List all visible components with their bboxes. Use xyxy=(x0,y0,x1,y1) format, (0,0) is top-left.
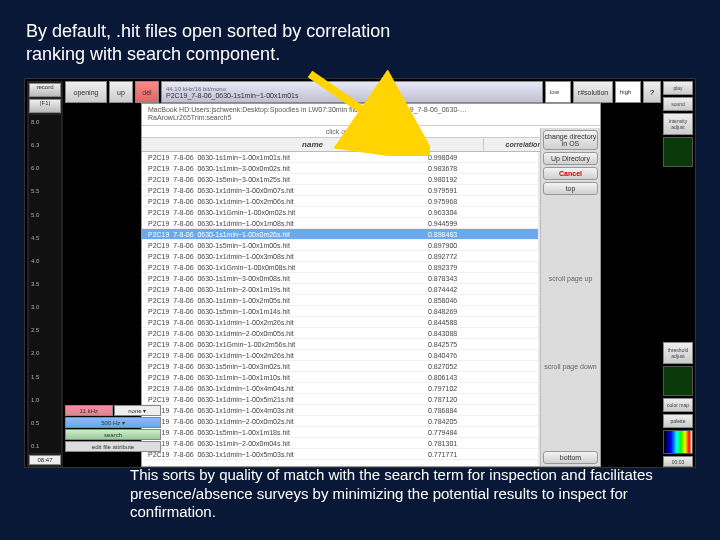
right-toolstrip: play sound intensity adjust threshold ad… xyxy=(663,81,693,467)
column-header: name correlation coefficient xyxy=(142,138,600,152)
file-coef: 0.781301 xyxy=(422,440,538,447)
file-coef: 0.779484 xyxy=(422,429,538,436)
col-name[interactable]: name xyxy=(142,138,484,151)
file-row[interactable]: P2C19_7-8-06_0630-1x1Gmin~1-00x0m02s.hit… xyxy=(142,207,538,218)
file-coef: 0.983678 xyxy=(422,165,538,172)
edit-attr-btn[interactable]: edit file attribute xyxy=(65,441,161,452)
change-dir-btn[interactable]: change directory in OS xyxy=(543,130,598,150)
khz-btn[interactable]: 11 kHz xyxy=(65,405,113,416)
file-name: P2C19_7-8-06_0630-1x1dmin~3-00x0m07s.hit xyxy=(142,187,422,194)
file-row[interactable]: P2C19_7-8-06_0630-1x1dmin~2-00x0m05s.hit… xyxy=(142,328,538,339)
file-coef: 0.979591 xyxy=(422,187,538,194)
file-name: P2C19_7-8-06_0630-1x1dmin~1-00x2m06s.hit xyxy=(142,198,422,205)
file-row[interactable]: P2C19_7-8-06_0630-1s5min~1-00x1m00s.hit0… xyxy=(142,240,538,251)
file-row[interactable]: P2C19_7-8-06_0630-1s5min~1-00x3m02s.hit0… xyxy=(142,361,538,372)
file-row[interactable]: P2C19_7-8-06_0630-1x1dmin~1-00x3m08s.hit… xyxy=(142,251,538,262)
file-row[interactable]: P2C19_7-8-06_0630-1x1Gmin~1-00x0m08s.hit… xyxy=(142,262,538,273)
file-row[interactable]: P2C19_7-8-06_0630-1s5min~1-00x1m18s.hit0… xyxy=(142,427,538,438)
threshold-slider[interactable] xyxy=(663,366,693,396)
file-name: P2C19_7-8-06_0630-1x1dmin~1-00x4m03s.hit xyxy=(142,407,422,414)
file-row[interactable]: P2C19_7-8-06_0630-1s5min~3-00x1m25s.hit0… xyxy=(142,174,538,185)
file-coef: 0.848269 xyxy=(422,308,538,315)
file-coef: 0.806143 xyxy=(422,374,538,381)
file-name: P2C19_7-8-06_0630-1s1min~2-00x0m04s.hit xyxy=(142,440,422,447)
file-row[interactable]: P2C19_7-8-06_0630-1x1dmin~1-00x5m21s.hit… xyxy=(142,394,538,405)
time-right: 00:03 xyxy=(663,456,693,467)
yscale: 8.06.36.05.55.04.54.03.53.02.52.01.51.00… xyxy=(29,115,61,453)
file-name: P2C19_7-8-06_0630-1s5min~3-00x1m25s.hit xyxy=(142,176,422,183)
bottom-btn[interactable]: bottom xyxy=(543,451,598,464)
scroll-up-label[interactable]: scroll page up xyxy=(543,275,598,283)
palette-label: palette xyxy=(663,414,693,428)
search-btn[interactable]: search xyxy=(65,429,161,440)
file-coef: 0.898483 xyxy=(422,231,538,238)
none-dropdown[interactable]: none ▾ xyxy=(114,405,162,416)
file-row[interactable]: P2C19_7-8-06_0630-1x1dmin~3-00x0m07s.hit… xyxy=(142,185,538,196)
file-coef: 0.998049 xyxy=(422,154,538,161)
file-row[interactable]: P2C19_7-8-06_0630-1x1dmin~1-00x2m26s.hit… xyxy=(142,350,538,361)
file-row[interactable]: P2C19_7-8-06_0630-1x1dmin~1-00x2m26s.hit… xyxy=(142,317,538,328)
file-coef: 0.784205 xyxy=(422,418,538,425)
file-name: P2C19_7-8-06_0630-1x1dmin~1-00x4m04s.hit xyxy=(142,385,422,392)
crumb-1: MacBook HD:Users:jschwenk:Desktop:Spoodl… xyxy=(148,106,594,114)
bottom-controls: 11 kHz none ▾ 500 Hz ▾ search edit file … xyxy=(65,405,161,465)
path-crumbs: MacBook HD:Users:jschwenk:Desktop:Spoodl… xyxy=(142,104,600,126)
low-label: low xyxy=(545,81,571,103)
file-row[interactable]: P2C19_7-8-06_0630-1x1dmin~2-00x0m02s.hit… xyxy=(142,416,538,427)
file-name: P2C19_7-8-06_0630-1s1min~2-00x1m19s.hit xyxy=(142,286,422,293)
file-name: P2C19_7-8-06_0630-1x1dmin~1-00x3m08s.hit xyxy=(142,253,422,260)
opening-btn[interactable]: opening xyxy=(65,81,107,103)
scroll-down-label[interactable]: scroll page down xyxy=(543,363,598,371)
colormap-btn[interactable]: color map xyxy=(663,398,693,412)
file-row[interactable]: P2C19_7-8-06_0630-1s1min~2-00x0m04s.hit0… xyxy=(142,438,538,449)
file-name: P2C19_7-8-06_0630-1x1dmin~2-00x0m05s.hit xyxy=(142,330,422,337)
dialog-sidepanel: change directory in OS Up Directory Canc… xyxy=(540,128,600,466)
top-btn[interactable]: top xyxy=(543,182,598,195)
file-row[interactable]: P2C19_7-8-06_0630-1x1dmin~1-00x5m03s.hit… xyxy=(142,449,538,460)
file-row[interactable]: P2C19_7-8-06_0630-1x1dmin~1-00x2m06s.hit… xyxy=(142,196,538,207)
file-row[interactable]: P2C19_7-8-06_0630-1x1Gmin~1-00x2m56s.hit… xyxy=(142,339,538,350)
file-row[interactable]: P2C19_7-8-06_0630-1s1min~1-00x1m01s.hit0… xyxy=(142,152,538,163)
file-row[interactable]: P2C19_7-8-06_0630-1s1min~1-00x2m05s.hit0… xyxy=(142,295,538,306)
file-row[interactable]: P2C19_7-8-06_0630-1x1dmin~1-00x4m04s.hit… xyxy=(142,383,538,394)
cancel-btn[interactable]: Cancel xyxy=(543,167,598,180)
file-row[interactable]: P2C19_7-8-06_0630-1s5min~1-00x1m14s.hit0… xyxy=(142,306,538,317)
file-list[interactable]: P2C19_7-8-06_0630-1s1min~1-00x1m01s.hit0… xyxy=(142,152,538,466)
file-coef: 0.786884 xyxy=(422,407,538,414)
file-coef: 0.963304 xyxy=(422,209,538,216)
file-coef: 0.797102 xyxy=(422,385,538,392)
file-row[interactable]: P2C19_7-8-06_0630-1s1min~3-00x0m08s.hit0… xyxy=(142,273,538,284)
palette-bar[interactable] xyxy=(663,430,693,454)
file-name: P2C19_7-8-06_0630-1s1min~3-00x0m02s.hit xyxy=(142,165,422,172)
file-coef: 0.827052 xyxy=(422,363,538,370)
record-btn[interactable]: record xyxy=(29,83,61,97)
title-bar: 44.10 kHz/16 bit/mono P2C19_7-8-06_0630-… xyxy=(161,81,543,103)
file-row[interactable]: P2C19_7-8-06_0630-1s1min~1-00x1m10s.hit0… xyxy=(142,372,538,383)
intensity-slider[interactable] xyxy=(663,137,693,167)
threshold-label: threshold adjust xyxy=(663,342,693,364)
file-row[interactable]: P2C19_7-8-06_0630-1x1dmin~1-00x1m08s.hit… xyxy=(142,218,538,229)
f1-btn[interactable]: |F1| xyxy=(29,99,61,113)
file-row[interactable]: P2C19_7-8-06_0630-1x1dmin~1-00x4m03s.hit… xyxy=(142,405,538,416)
file-name: P2C19_7-8-06_0630-1x1dmin~2-00x0m02s.hit xyxy=(142,418,422,425)
del-btn[interactable]: del xyxy=(135,81,159,103)
up-btn[interactable]: up xyxy=(109,81,133,103)
file-row[interactable]: P2C19_7-8-06_0630-1s1min~3-00x0m02s.hit0… xyxy=(142,163,538,174)
file-row[interactable]: P2C19_7-8-06_0630-1s1min~1-00x0m26s.hit0… xyxy=(142,229,538,240)
file-name: P2C19_7-8-06_0630-1x1dmin~1-00x5m03s.hit xyxy=(142,451,422,458)
file-coef: 0.842575 xyxy=(422,341,538,348)
file-name: P2C19_7-8-06_0630-1x1dmin~1-00x5m21s.hit xyxy=(142,396,422,403)
file-name: P2C19_7-8-06_0630-1x1dmin~1-00x1m08s.hit xyxy=(142,220,422,227)
hz-dropdown[interactable]: 500 Hz ▾ xyxy=(65,417,161,428)
up-directory-btn[interactable]: Up Directory xyxy=(543,152,598,165)
caption-top: By default, .hit files open sorted by co… xyxy=(26,20,446,65)
file-coef: 0.844588 xyxy=(422,319,538,326)
file-row[interactable]: P2C19_7-8-06_0630-1s1min~2-00x1m19s.hit0… xyxy=(142,284,538,295)
file-name: P2C19_7-8-06_0630-1x1Gmin~1-00x0m08s.hit xyxy=(142,264,422,271)
file-name: P2C19_7-8-06_0630-1s5min~1-00x3m02s.hit xyxy=(142,363,422,370)
play-btn[interactable]: play xyxy=(663,81,693,95)
help-btn[interactable]: ? xyxy=(643,81,661,103)
app-window: record |F1| 8.06.36.05.55.04.54.03.53.02… xyxy=(24,78,696,468)
file-coef: 0.858046 xyxy=(422,297,538,304)
sound-btn[interactable]: sound xyxy=(663,97,693,111)
